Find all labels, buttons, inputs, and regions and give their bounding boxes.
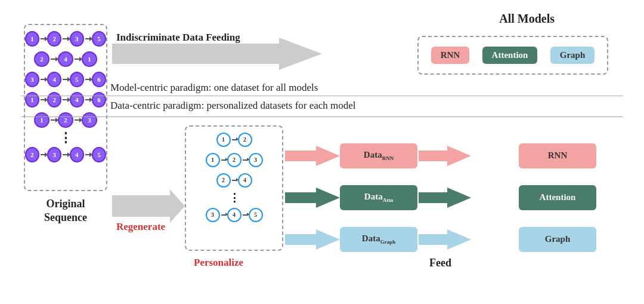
seq-row-1: 1 2 3 5 [25, 31, 106, 47]
node: 2 [34, 51, 49, 67]
arrow-graph-to-model [419, 229, 471, 250]
connector [51, 119, 57, 121]
data-centric-label: Data-centric paradigm: personalized data… [110, 100, 356, 112]
arrow-rnn-to-model [419, 146, 471, 166]
small-connector [221, 214, 226, 216]
diagram-container: All Models Indiscriminate Data Feeding 1… [0, 0, 644, 304]
small-node: 4 [227, 208, 242, 222]
seq-row-5: 1 2 3 [25, 112, 106, 128]
small-connector [232, 139, 237, 140]
node: 4 [58, 51, 73, 67]
connector [41, 154, 46, 155]
small-node: 4 [238, 173, 252, 188]
small-connector [243, 214, 247, 216]
indiscriminate-label: Indiscriminate Data Feeding [116, 32, 240, 44]
connector [85, 38, 91, 39]
data-graph-box: DataGraph [340, 227, 417, 252]
data-attn-box: DataAttn [340, 185, 417, 210]
personalized-sequences-box: 1 2 1 2 3 2 4 ⋮ 3 [185, 125, 283, 251]
node: 4 [47, 72, 61, 87]
small-node: 2 [227, 153, 242, 167]
small-node: 1 [206, 153, 220, 167]
connector [63, 154, 68, 155]
connector [75, 119, 80, 121]
original-sequence-box: 1 2 3 5 2 4 1 3 4 5 [24, 24, 107, 191]
small-connector [243, 159, 247, 161]
node: 4 [70, 92, 84, 108]
arrow-attn-to-model [419, 188, 471, 208]
connector [41, 38, 46, 39]
node: 2 [58, 112, 73, 128]
arrow-to-attn-data [285, 188, 340, 208]
connector [85, 99, 91, 100]
seq-row-6: 2 3 4 5 [25, 147, 106, 162]
node: 5 [70, 72, 84, 87]
connector [75, 59, 80, 60]
rnn-subscript: RNN [382, 155, 394, 161]
arrow-to-graph-data [285, 229, 340, 250]
connector [63, 99, 68, 100]
models-box-top: RNN Attention Graph [417, 36, 608, 75]
connector [85, 79, 91, 80]
node: 4 [70, 147, 84, 162]
regenerate-label: Regenerate [116, 221, 165, 233]
graph-button-bottom: Graph [519, 227, 596, 252]
connector [63, 38, 68, 39]
node: 3 [47, 147, 61, 162]
node: 1 [82, 51, 97, 67]
p-seq-2: 1 2 3 [186, 153, 282, 167]
data-attn-text: DataAttn [364, 192, 393, 203]
small-connector [221, 159, 226, 161]
main-wrapper: All Models Indiscriminate Data Feeding 1… [18, 9, 626, 296]
divider-1 [21, 96, 623, 96]
node: 1 [34, 112, 49, 128]
node: 3 [70, 31, 84, 47]
dots-middle: ⋮ [25, 130, 106, 146]
attn-subscript: Attn [383, 197, 394, 203]
graph-button-top: Graph [550, 47, 595, 64]
node: 1 [25, 92, 39, 108]
small-node: 2 [238, 133, 252, 147]
personalize-label: Personalize [194, 257, 243, 269]
data-graph-text: DataGraph [362, 234, 395, 245]
feed-label: Feed [429, 257, 451, 269]
p-seq-3: 2 4 [186, 173, 282, 188]
all-models-label: All Models [499, 12, 555, 26]
p-seq-4: 3 4 5 [186, 208, 282, 222]
node: 2 [47, 92, 61, 108]
node: 2 [47, 31, 61, 47]
data-rnn-text: DataRNN [364, 150, 394, 161]
seq-row-4: 1 2 4 6 [25, 92, 106, 108]
rnn-button-bottom: RNN [519, 143, 596, 168]
connector [51, 59, 57, 60]
node: 6 [92, 72, 106, 87]
node: 6 [92, 92, 106, 108]
arrow-to-rnn-data [285, 146, 340, 166]
connector [41, 99, 46, 100]
rnn-button-top: RNN [431, 47, 470, 64]
node: 3 [25, 72, 39, 87]
graph-subscript: Graph [380, 239, 396, 245]
small-node: 2 [216, 173, 231, 188]
node: 5 [92, 147, 106, 162]
dots-personalized: ⋮ [186, 191, 282, 204]
small-node: 3 [249, 153, 263, 167]
bottom-main-arrow [112, 189, 185, 223]
node: 2 [25, 147, 39, 162]
original-sequence-label: OriginalSequence [24, 197, 107, 225]
seq-row-2: 2 4 1 [25, 51, 106, 67]
model-centric-label: Model-centric paradigm: one dataset for … [110, 82, 318, 94]
connector [63, 79, 68, 80]
small-node: 1 [216, 133, 231, 147]
small-node: 3 [206, 208, 220, 222]
attention-button-bottom: Attention [519, 185, 596, 210]
data-rnn-box: DataRNN [340, 143, 417, 168]
p-seq-1: 1 2 [186, 133, 282, 147]
seq-row-3: 3 4 5 6 [25, 72, 106, 87]
node: 1 [25, 31, 39, 47]
connector [41, 79, 46, 80]
node: 5 [92, 31, 106, 47]
node: 3 [82, 112, 97, 128]
divider-2 [21, 116, 623, 117]
small-node: 5 [249, 208, 263, 222]
